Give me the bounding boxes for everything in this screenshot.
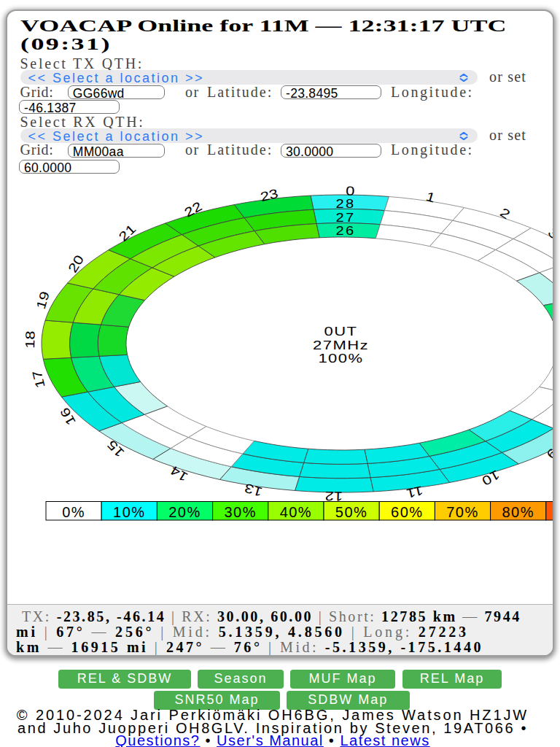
svg-text:18: 18 [23,330,37,349]
svg-text:10%: 10% [113,504,146,520]
svg-text:0%: 0% [62,504,85,520]
svg-text:19: 19 [34,290,52,311]
svg-text:70%: 70% [446,504,479,520]
svg-text:27: 27 [335,212,355,225]
svg-text:100%: 100% [318,351,363,365]
svg-text:50%: 50% [335,504,368,520]
svg-text:60%: 60% [391,504,424,520]
svg-text:27MHz: 27MHz [313,338,369,352]
svg-text:30%: 30% [224,504,257,520]
svg-text:80%: 80% [502,504,534,520]
svg-text:40%: 40% [280,504,313,520]
svg-text:0UT: 0UT [324,324,357,338]
svg-text:20%: 20% [168,504,201,520]
svg-text:26: 26 [335,225,355,238]
svg-text:0: 0 [346,184,355,198]
svg-text:28: 28 [335,198,355,211]
svg-text:17: 17 [29,369,47,390]
